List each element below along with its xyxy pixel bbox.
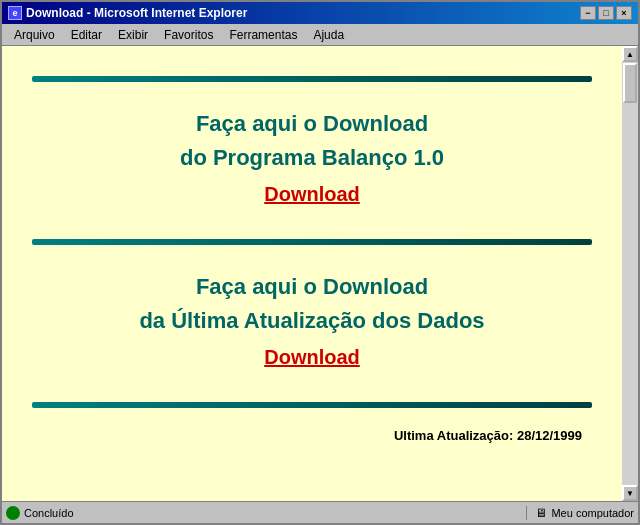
title-bar-left: e Download - Microsoft Internet Explorer [8, 6, 247, 20]
download-link-2[interactable]: Download [264, 346, 360, 369]
status-label: Concluído [24, 507, 74, 519]
section2-heading-line2: da Última Atualização dos Dados [139, 308, 484, 334]
status-bar: Concluído 🖥 Meu computador [2, 501, 638, 523]
menu-bar: Arquivo Editar Exibir Favoritos Ferramen… [2, 24, 638, 46]
title-bar-controls: − □ × [580, 6, 632, 20]
minimize-button[interactable]: − [580, 6, 596, 20]
middle-divider [32, 239, 592, 245]
browser-window: e Download - Microsoft Internet Explorer… [0, 0, 640, 525]
top-divider [32, 76, 592, 82]
title-bar: e Download - Microsoft Internet Explorer… [2, 2, 638, 24]
section-1: Faça aqui o Download do Programa Balanço… [32, 92, 592, 229]
scroll-down-button[interactable]: ▼ [622, 485, 638, 501]
computer-icon: 🖥 [535, 506, 547, 520]
content-area: Faça aqui o Download do Programa Balanço… [2, 46, 638, 501]
menu-editar[interactable]: Editar [63, 26, 110, 44]
scroll-up-button[interactable]: ▲ [622, 46, 638, 62]
bottom-divider [32, 402, 592, 408]
menu-favoritos[interactable]: Favoritos [156, 26, 221, 44]
computer-label: Meu computador [551, 507, 634, 519]
menu-arquivo[interactable]: Arquivo [6, 26, 63, 44]
menu-ferramentas[interactable]: Ferramentas [221, 26, 305, 44]
scrollbar: ▲ ▼ [622, 46, 638, 501]
download-link-1[interactable]: Download [264, 183, 360, 206]
section2-heading-line1: Faça aqui o Download [196, 274, 428, 300]
section-2: Faça aqui o Download da Última Atualizaç… [32, 255, 592, 392]
window-title: Download - Microsoft Internet Explorer [26, 6, 247, 20]
menu-exibir[interactable]: Exibir [110, 26, 156, 44]
browser-icon: e [8, 6, 22, 20]
scrollbar-thumb[interactable] [623, 63, 637, 103]
section1-heading-line2: do Programa Balanço 1.0 [180, 145, 444, 171]
section1-heading-line1: Faça aqui o Download [196, 111, 428, 137]
scrollbar-track[interactable] [622, 62, 638, 485]
status-icon [6, 506, 20, 520]
status-left: Concluído [6, 506, 526, 520]
close-button[interactable]: × [616, 6, 632, 20]
menu-ajuda[interactable]: Ajuda [305, 26, 352, 44]
page-content: Faça aqui o Download do Programa Balanço… [2, 46, 622, 501]
maximize-button[interactable]: □ [598, 6, 614, 20]
status-right: 🖥 Meu computador [526, 506, 634, 520]
update-info: Ultima Atualização: 28/12/1999 [32, 428, 592, 443]
